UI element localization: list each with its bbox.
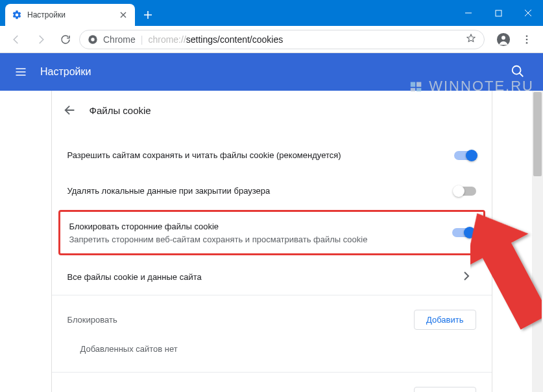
card-header: Файлы cookie [52, 91, 492, 127]
forward-button[interactable] [30, 29, 52, 51]
toggle-block-third-party[interactable] [452, 228, 474, 237]
row-clear-label: Удалять локальные данные при закрытии бр… [67, 185, 446, 197]
svg-rect-9 [411, 82, 415, 87]
profile-icon[interactable] [492, 29, 514, 51]
back-arrow-icon[interactable] [62, 102, 78, 118]
settings-card: Файлы cookie Разрешить сайтам сохранять … [51, 91, 492, 392]
section-block-title: Блокировать [67, 315, 117, 325]
row-block3p-sub: Запретить сторонним веб-сайтам сохранять… [69, 235, 444, 244]
address-bar[interactable]: Chrome | chrome://settings/content/cooki… [79, 30, 485, 49]
menu-icon[interactable] [516, 29, 538, 51]
close-tab-icon[interactable] [118, 10, 128, 20]
add-block-button[interactable]: Добавить [414, 310, 476, 330]
settings-title: Настройки [40, 66, 91, 78]
tab-title: Настройки [27, 10, 118, 19]
svg-point-8 [513, 66, 521, 75]
browser-tab[interactable]: Настройки [5, 4, 135, 26]
window-maximize-button[interactable] [483, 0, 513, 26]
row-block-third-party: Блокировать сторонние файлы cookie Запре… [58, 210, 485, 255]
row-all-cookies[interactable]: Все файлы cookie и данные сайта [52, 259, 492, 295]
section-clear-on-exit: Удалять при выходе Добавить [52, 372, 492, 392]
new-tab-button[interactable] [139, 6, 157, 24]
scrollbar[interactable] [532, 91, 543, 392]
window-minimize-button[interactable] [453, 0, 483, 26]
svg-point-7 [526, 41, 528, 43]
address-app-label: Chrome [103, 34, 136, 45]
content-area: Файлы cookie Разрешить сайтам сохранять … [0, 91, 543, 392]
address-url: chrome://settings/content/cookies [148, 34, 283, 45]
page-title: Файлы cookie [90, 105, 151, 116]
add-clear-button[interactable]: Добавить [414, 387, 476, 392]
window-titlebar: Настройки [0, 0, 543, 26]
svg-rect-10 [416, 82, 421, 87]
gear-icon [12, 10, 22, 20]
row-allow-cookies: Разрешить сайтам сохранять и читать файл… [52, 127, 492, 173]
svg-point-5 [526, 35, 528, 37]
scrollbar-thumb[interactable] [533, 92, 542, 176]
row-all-cookies-label: Все файлы cookie и данные сайта [67, 271, 455, 283]
star-icon[interactable] [466, 33, 476, 45]
reload-button[interactable] [54, 29, 77, 51]
chevron-right-icon [463, 271, 476, 282]
watermark: WINNOTE.RU [408, 78, 534, 95]
window-close-button[interactable] [513, 0, 543, 26]
chrome-icon [88, 34, 98, 45]
back-button[interactable] [5, 29, 27, 51]
row-clear-on-exit: Удалять локальные данные при закрытии бр… [52, 173, 492, 209]
svg-point-6 [526, 38, 528, 40]
block-empty-text: Добавленных сайтов нет [52, 344, 492, 372]
row-allow-label: Разрешить сайтам сохранять и читать файл… [67, 150, 446, 161]
section-block: Блокировать Добавить [52, 295, 492, 344]
browser-toolbar: Chrome | chrome://settings/content/cooki… [0, 26, 543, 53]
svg-point-4 [501, 36, 505, 40]
row-block3p-label: Блокировать сторонние файлы cookie [69, 221, 444, 233]
svg-rect-11 [411, 88, 415, 92]
svg-point-2 [91, 38, 94, 41]
svg-rect-12 [416, 88, 421, 92]
hamburger-icon[interactable] [13, 64, 29, 80]
toggle-clear-on-exit[interactable] [454, 187, 476, 196]
svg-rect-0 [496, 10, 501, 16]
window-controls [453, 0, 543, 26]
toggle-allow-cookies[interactable] [454, 151, 476, 160]
